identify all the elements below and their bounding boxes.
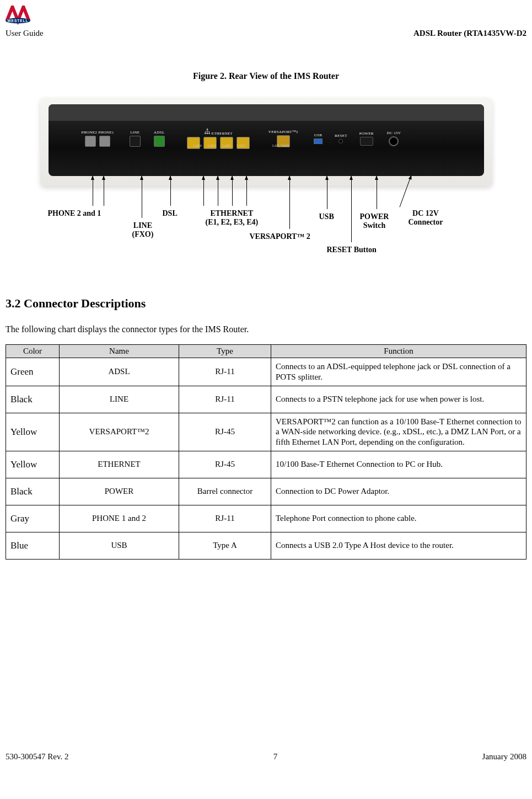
callout-versaport: VERSAPORT™ 2: [250, 232, 310, 241]
svg-rect-4: [206, 132, 207, 134]
callout-ethernet: ETHERNET(E1, E2, E3, E4): [206, 209, 259, 227]
header-left-text: User Guide: [6, 29, 44, 38]
svg-rect-3: [205, 132, 206, 134]
table-row: Black POWER Barrel connector Connection …: [6, 478, 526, 505]
table-row: Black LINE RJ-11 Connects to a PSTN tele…: [6, 386, 526, 413]
table-row: Blue USB Type A Connects a USB 2.0 Type …: [6, 532, 526, 559]
callout-power: POWERSwitch: [360, 212, 389, 230]
callout-dsl: DSL: [163, 209, 178, 218]
table-header-row: Color Name Type Function: [6, 345, 526, 358]
page-header: WESTELL User Guide ADSL Router (RTA1435V…: [6, 6, 526, 38]
table-header: Type: [179, 345, 271, 358]
ethernet-icon: [204, 128, 211, 135]
callout-line: LINE(FXO): [132, 221, 154, 239]
footer-right: January 2008: [482, 752, 526, 761]
figure-caption: Figure 2. Rear View of the IMS Router: [6, 71, 526, 81]
page-footer: 530-300547 Rev. 2 7 January 2008: [6, 752, 526, 761]
footer-page-number: 7: [273, 752, 278, 761]
table-row: Yellow ETHERNET RJ-45 10/100 Base-T Ethe…: [6, 451, 526, 478]
connector-table: Color Name Type Function Green ADSL RJ-1…: [6, 344, 526, 560]
table-header: Color: [6, 345, 60, 358]
svg-rect-5: [208, 132, 209, 134]
callout-phone: PHONE 2 and 1: [48, 209, 101, 218]
callout-dc: DC 12VConnector: [409, 209, 443, 227]
figure-callouts: PHONE 2 and 1 LINE(FXO) DSL ETHERNET(E1,…: [40, 186, 492, 258]
callout-reset: RESET Button: [327, 246, 377, 254]
section-intro: The following chart displays the connect…: [6, 324, 526, 334]
westell-logo-icon: WESTELL: [6, 6, 55, 28]
svg-text:WESTELL: WESTELL: [7, 19, 28, 23]
table-row: Gray PHONE 1 and 2 RJ-11 Telephone Port …: [6, 505, 526, 532]
footer-left: 530-300547 Rev. 2: [6, 752, 68, 761]
table-row: Yellow VERSAPORT™2 RJ-45 VERSAPORT™2 can…: [6, 413, 526, 451]
header-right-text: ADSL Router (RTA1435VW-D2: [413, 29, 526, 38]
svg-rect-2: [206, 129, 207, 130]
section-heading: 3.2 Connector Descriptions: [6, 296, 526, 311]
table-header: Name: [60, 345, 179, 358]
table-header: Function: [271, 345, 526, 358]
router-rear-view-image: PHONE2 PHONE1 LINE ADSL E: [40, 98, 492, 186]
table-row: Green ADSL RJ-11 Connects to an ADSL-equ…: [6, 358, 526, 386]
logo-area: WESTELL User Guide: [6, 6, 55, 38]
figure-area: PHONE2 PHONE1 LINE ADSL E: [40, 98, 492, 258]
callout-usb: USB: [319, 212, 334, 221]
